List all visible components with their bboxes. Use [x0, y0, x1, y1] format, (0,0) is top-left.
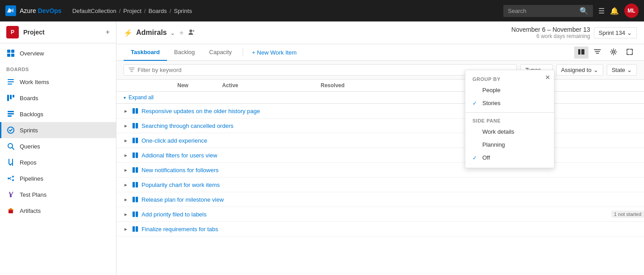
tab-backlog[interactable]: Backlog [167, 44, 202, 61]
sprint-header-icon: ⚡ [124, 29, 133, 37]
work-item-type-icon [132, 152, 139, 159]
work-item-row[interactable]: ► Responsive updates on the older histor… [116, 104, 644, 118]
sprint-favorite-icon[interactable]: ★ [179, 29, 185, 36]
work-item-title[interactable]: Add priority filed to labels [142, 211, 608, 218]
search-box[interactable]: 🔍 [503, 5, 593, 17]
tab-capacity[interactable]: Capacity [202, 44, 239, 61]
azure-devops-logo-icon [5, 5, 16, 16]
dropdown-item-planning[interactable]: Planning [465, 138, 554, 151]
sidebar-item-repos[interactable]: Repos [0, 154, 116, 170]
work-item-title[interactable]: Addional filters for users view [142, 152, 644, 159]
expand-all-row[interactable]: ▾ Expand all [116, 92, 644, 104]
svg-point-24 [193, 30, 194, 32]
assigned-to-chevron-icon: ⌄ [593, 67, 598, 73]
sprint-dropdown-icon[interactable]: ⌄ [170, 30, 175, 36]
filter-input-wrap[interactable] [124, 64, 517, 76]
dropdown-close-button[interactable]: ✕ [545, 74, 550, 81]
state-filter-button[interactable]: State ⌄ [607, 64, 637, 76]
breadcrumb-item-sprints[interactable]: Sprints [174, 8, 192, 14]
work-item-row[interactable]: ► Release plan for milestone view [116, 192, 644, 207]
sidebar-item-workitems[interactable]: Work Items [0, 74, 116, 90]
planning-check-icon [472, 142, 479, 148]
column-headers-row: New Active Resolved [116, 80, 644, 92]
expand-all-chevron-icon: ▾ [124, 95, 126, 100]
work-item-row[interactable]: ► Finalize requirements for tabs [116, 222, 644, 237]
testplans-icon [6, 190, 15, 199]
work-item-row[interactable]: ► Searching through cancelled orders [116, 118, 644, 133]
work-item-title[interactable]: One-click add experience [142, 137, 644, 144]
dropdown-item-workdetails[interactable]: Work details [465, 125, 554, 138]
row-expand-icon: ► [124, 182, 130, 187]
work-item-title[interactable]: New notifications for followers [142, 167, 644, 173]
work-item-title[interactable]: Release plan for milestone view [142, 196, 644, 203]
people-check-icon [472, 87, 479, 93]
sidebar-item-artifacts[interactable]: Artifacts [0, 203, 116, 219]
svg-rect-9 [10, 95, 12, 99]
svg-rect-41 [136, 197, 138, 202]
row-expand-icon: ► [124, 109, 130, 114]
pipelines-icon [6, 174, 15, 183]
sidebar-item-testplans[interactable]: Test Plans [0, 186, 116, 203]
svg-rect-11 [8, 111, 14, 112]
project-name: Project [23, 29, 101, 36]
logo[interactable]: Azure DevOps [5, 5, 61, 16]
row-expand-icon: ► [124, 227, 130, 232]
svg-rect-22 [9, 210, 13, 213]
row-expand-icon: ► [124, 123, 130, 128]
artifacts-icon [6, 206, 15, 215]
dropdown-item-people[interactable]: People [465, 84, 554, 97]
work-item-row[interactable]: ► One-click add experience [116, 133, 644, 148]
chevron-down-icon: ⌄ [627, 30, 632, 36]
view-options-button[interactable] [574, 47, 588, 59]
sidebar-item-label-pipelines: Pipelines [20, 175, 43, 182]
sidebar-item-overview[interactable]: Overview [0, 45, 116, 61]
assigned-to-filter-button[interactable]: Assigned to ⌄ [556, 64, 603, 76]
top-nav: Azure DevOps DefaultCollection / Project… [0, 0, 644, 21]
dropdown-item-stories[interactable]: ✓ Stories [465, 97, 554, 110]
svg-rect-39 [136, 182, 138, 187]
breadcrumb-item-project[interactable]: Project [123, 8, 141, 14]
svg-point-27 [613, 51, 615, 53]
sidebar-item-label-boards: Boards [20, 95, 38, 102]
notification-icon[interactable]: 🔔 [610, 7, 619, 15]
filter-button[interactable] [590, 47, 605, 59]
sprint-members-icon[interactable] [188, 29, 195, 37]
work-item-type-icon [132, 166, 139, 173]
project-header[interactable]: P Project + [0, 21, 116, 43]
fullscreen-button[interactable] [623, 47, 637, 59]
work-item-title[interactable]: Responsive updates on the older history … [142, 108, 644, 114]
dropdown-item-off[interactable]: ✓ Off [465, 151, 554, 164]
settings-button[interactable] [606, 47, 621, 59]
svg-rect-30 [133, 123, 135, 128]
search-input[interactable] [508, 8, 576, 14]
sidebar-item-label-workitems: Work Items [20, 79, 49, 85]
sidebar-item-pipelines[interactable]: Pipelines [0, 170, 116, 186]
work-item-title[interactable]: Finalize requirements for tabs [142, 226, 644, 233]
breadcrumb-item-boards[interactable]: Boards [148, 8, 167, 14]
add-project-button[interactable]: + [106, 28, 110, 36]
sidebar-item-queries[interactable]: Queries [0, 138, 116, 154]
queries-icon [6, 142, 15, 151]
expand-all-label: Expand all [129, 94, 154, 101]
tabs-bar: Taskboard Backlog Capacity + New Work It… [116, 44, 644, 61]
work-item-row[interactable]: ► New notifications for followers [116, 163, 644, 178]
list-icon[interactable]: ☰ [598, 7, 605, 15]
work-item-row[interactable]: ► Addional filters for users view [116, 148, 644, 163]
work-item-row[interactable]: ► Popularity chart for work items [116, 178, 644, 192]
new-work-item-button[interactable]: + New Work Item [247, 47, 302, 59]
avatar[interactable]: ML [624, 4, 639, 18]
sidebar-item-boards[interactable]: Boards [0, 90, 116, 106]
tab-taskboard[interactable]: Taskboard [124, 44, 167, 61]
logo-text: Azure DevOps [20, 7, 61, 14]
sidebar-item-backlogs[interactable]: Backlogs [0, 106, 116, 122]
filter-keyword-input[interactable] [137, 67, 512, 73]
work-item-row[interactable]: ► Add priority filed to labels 1 not sta… [116, 207, 644, 222]
work-item-title[interactable]: Popularity chart for work items [142, 182, 644, 188]
sidebar-item-sprints[interactable]: Sprints [0, 122, 116, 138]
breadcrumb-item-collection[interactable]: DefaultCollection [72, 8, 116, 14]
sidebar-item-label-sprints: Sprints [20, 127, 38, 134]
work-item-title[interactable]: Searching through cancelled orders [142, 123, 644, 129]
svg-rect-1 [7, 50, 10, 53]
sprint-selector-button[interactable]: Sprint 134 ⌄ [594, 27, 637, 38]
svg-rect-10 [13, 95, 14, 97]
